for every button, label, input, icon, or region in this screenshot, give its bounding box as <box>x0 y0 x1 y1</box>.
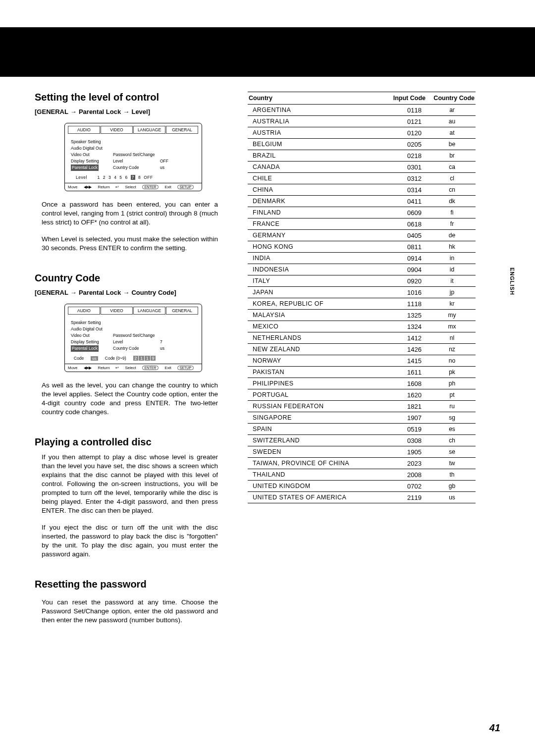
table-row: NORWAY1415no <box>248 355 476 367</box>
page-number: 41 <box>489 722 500 734</box>
table-row: INDONESIA0904id <box>248 264 476 275</box>
table-row: ITALY0920it <box>248 275 476 287</box>
table-row: FINLAND0609fi <box>248 207 476 218</box>
heading-country-code: Country Code <box>35 272 218 284</box>
osd-highlight-parental: Parental Lock <box>71 164 99 171</box>
table-row: MALAYSIA1325my <box>248 310 476 321</box>
osd-tabs: AUDIO VIDEO LANGUAGE GENERAL <box>65 123 202 134</box>
table-row: AUSTRALIA0121au <box>248 116 476 127</box>
table-row: PHILIPPINES1608ph <box>248 378 476 389</box>
osd-tab-audio: AUDIO <box>68 126 100 134</box>
table-row: DENMARK0411dk <box>248 196 476 207</box>
section-country-code: Country Code [GENERAL → Parental Lock → … <box>35 272 218 417</box>
table-row: CHINA0314cn <box>248 184 476 196</box>
table-row: HONG KONG0811hk <box>248 241 476 253</box>
breadcrumb-level: [GENERAL → Parental Lock → Level] <box>35 108 218 115</box>
table-row: INDIA0914in <box>248 253 476 264</box>
osd-level: AUDIO VIDEO LANGUAGE GENERAL Speaker Set… <box>64 123 202 191</box>
table-row: JAPAN1016jp <box>248 287 476 298</box>
language-tab: ENGLISH <box>509 268 515 295</box>
table-row: KOREA, REPUBLIC OF1118kr <box>248 298 476 310</box>
table-row: SPAIN0519es <box>248 424 476 435</box>
table-row: FRANCE0618fr <box>248 218 476 230</box>
table-row: BELGIUM0205be <box>248 139 476 150</box>
th-input-code: Input Code <box>381 92 428 105</box>
table-row: PORTUGAL1620pt <box>248 389 476 401</box>
table-row: CANADA0301ca <box>248 162 476 173</box>
osd-tab-language: LANGUAGE <box>133 126 165 134</box>
country-code-table: Country Input Code Country Code ARGENTIN… <box>248 92 476 503</box>
table-row: NETHERLANDS1412nl <box>248 332 476 344</box>
para-playing-2: If you eject the disc or turn off the un… <box>42 523 218 559</box>
table-row: SINGAPORE1907sg <box>248 412 476 424</box>
table-row: NEW ZEALAND1426nz <box>248 344 476 355</box>
th-country: Country <box>248 92 381 105</box>
table-row: THAILAND2008th <box>248 469 476 481</box>
heading-reset-password: Resetting the password <box>35 579 218 590</box>
para-level-1: Once a password has been entered, you ca… <box>42 200 218 227</box>
para-country-1: As well as the level, you can change the… <box>42 381 218 417</box>
para-playing-1: If you then attempt to play a disc whose… <box>42 453 218 515</box>
osd-tab-video: VIDEO <box>101 126 133 134</box>
table-row: CHILE0312cl <box>248 173 476 184</box>
osd-footer: Move◀●▶ Return↩ SelectENTER ExitSETUP <box>65 183 202 191</box>
left-column: Setting the level of control [GENERAL → … <box>35 92 218 645</box>
table-row: AUSTRIA0120at <box>248 127 476 139</box>
osd-body: Speaker Setting Audio Digital Out Video … <box>65 134 202 183</box>
heading-level-control: Setting the level of control <box>35 92 218 103</box>
breadcrumb-country: [GENERAL → Parental Lock → Country Code] <box>35 289 218 296</box>
table-row: MEXICO1324mx <box>248 321 476 332</box>
table-row: BRAZIL0218br <box>248 150 476 162</box>
table-row: SWITZERLAND0308ch <box>248 435 476 446</box>
osd-country: AUDIO VIDEO LANGUAGE GENERAL Speaker Set… <box>64 304 202 372</box>
para-reset-1: You can reset the password at any time. … <box>42 598 218 625</box>
table-row: TAIWAN, PROVINCE OF CHINA2023tw <box>248 458 476 469</box>
table-row: GERMANY0405de <box>248 230 476 241</box>
table-row: PAKISTAN1611pk <box>248 367 476 378</box>
osd-tab-general: GENERAL <box>166 126 198 134</box>
table-row: ARGENTINA0118ar <box>248 105 476 116</box>
section-reset-password: Resetting the password You can reset the… <box>35 579 218 625</box>
page-content: Setting the level of control [GENERAL → … <box>0 92 535 645</box>
section-level-control: Setting the level of control [GENERAL → … <box>35 92 218 253</box>
th-country-code: Country Code <box>428 92 476 105</box>
table-row: SWEDEN1905se <box>248 446 476 458</box>
table-row: RUSSIAN FEDERATON1821ru <box>248 401 476 412</box>
right-column: Country Input Code Country Code ARGENTIN… <box>248 92 476 645</box>
table-row: UNITED STATES OF AMERICA2119us <box>248 492 476 503</box>
osd-level-row: Level 1 2 3 4 5 6 7 8 OFF <box>71 175 198 180</box>
osd-code-row: Code us Code (0~9) 2119 <box>71 356 198 361</box>
table-row: UNITED KINGDOM0702gb <box>248 481 476 492</box>
para-level-2: When Level is selected, you must make th… <box>42 235 218 253</box>
section-playing-disc: Playing a controlled disc If you then at… <box>35 436 218 559</box>
heading-playing-disc: Playing a controlled disc <box>35 436 218 448</box>
header-blackbar <box>0 27 535 77</box>
